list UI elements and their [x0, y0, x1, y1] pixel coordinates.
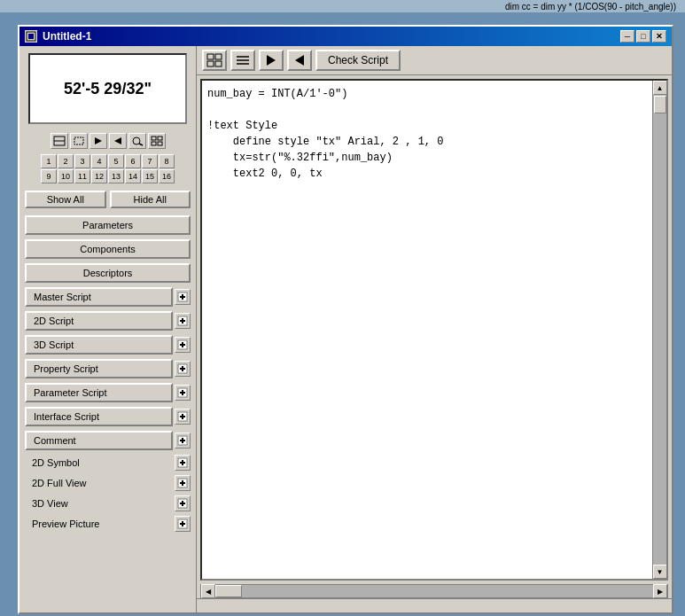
num-14[interactable]: 14	[125, 169, 141, 183]
num-8[interactable]: 8	[159, 154, 175, 168]
svg-rect-24	[182, 366, 183, 371]
3d-view-label: 3D View	[25, 498, 173, 509]
hide-all-button[interactable]: Hide All	[110, 191, 191, 208]
top-code-text: dim cc = dim yy * (1/COS(90 - pitch_angl…	[505, 2, 676, 12]
num-10[interactable]: 10	[58, 169, 74, 183]
next-icon[interactable]	[90, 133, 107, 149]
2d-script-button[interactable]: 2D Script	[25, 311, 173, 331]
svg-rect-18	[182, 318, 183, 324]
svg-rect-47	[215, 54, 222, 59]
grid-icon[interactable]	[148, 133, 166, 149]
scroll-thumb[interactable]	[654, 96, 666, 113]
property-script-expand[interactable]	[175, 361, 191, 377]
property-script-button[interactable]: Property Script	[25, 359, 173, 378]
3d-script-expand[interactable]	[175, 337, 191, 353]
parameters-button[interactable]: Parameters	[25, 215, 191, 235]
svg-rect-48	[207, 61, 214, 66]
num-16[interactable]: 16	[159, 169, 175, 183]
num-3[interactable]: 3	[74, 154, 90, 168]
window-icon	[25, 30, 37, 43]
svg-marker-5	[95, 137, 102, 144]
minimize-button[interactable]: ─	[620, 30, 634, 43]
svg-rect-49	[215, 61, 222, 66]
2d-full-view-label: 2D Full View	[25, 478, 173, 488]
svg-rect-12	[158, 142, 162, 145]
window-title: Untitled-1	[43, 30, 91, 43]
svg-rect-42	[182, 501, 183, 506]
master-script-button[interactable]: Master Script	[25, 287, 173, 307]
show-all-button[interactable]: Show All	[25, 191, 106, 208]
svg-rect-45	[182, 521, 183, 526]
h-scroll-thumb[interactable]	[215, 585, 242, 597]
comment-expand[interactable]	[175, 433, 191, 448]
script-editor[interactable]: num_bay = INT(A/1'-0") !text Style defin…	[202, 81, 666, 579]
num-7[interactable]: 7	[142, 154, 158, 168]
num-11[interactable]: 11	[74, 169, 90, 183]
num-4[interactable]: 4	[91, 154, 107, 168]
select-icon[interactable]	[70, 133, 88, 149]
num-13[interactable]: 13	[108, 169, 124, 183]
num-1[interactable]: 1	[41, 154, 57, 168]
scroll-track	[653, 95, 666, 565]
parameter-script-expand[interactable]	[175, 385, 191, 401]
preview-box: 52'-5 29/32"	[28, 53, 187, 124]
3d-script-button[interactable]: 3D Script	[25, 335, 173, 355]
left-panel: 52'-5 29/32"	[19, 46, 197, 612]
draw-icon[interactable]	[51, 133, 68, 149]
num-5[interactable]: 5	[108, 154, 124, 168]
num-2[interactable]: 2	[58, 154, 74, 168]
script-toolbar: Check Script	[197, 46, 672, 75]
comment-button[interactable]: Comment	[25, 431, 173, 450]
toolbar-prev-btn[interactable]	[287, 50, 312, 71]
preview-picture-row: Preview Picture	[25, 516, 191, 532]
svg-rect-21	[182, 342, 183, 347]
num-15[interactable]: 15	[142, 169, 158, 183]
scroll-left-button[interactable]: ◀	[201, 584, 215, 598]
parameters-section: Parameters	[25, 215, 191, 235]
horizontal-scrollbar[interactable]: ◀ ▶	[200, 584, 668, 598]
2d-full-view-row: 2D Full View	[25, 475, 191, 491]
h-scroll-track	[215, 585, 653, 597]
3d-script-row: 3D Script	[25, 335, 191, 355]
toolbar-grid-btn[interactable]	[202, 50, 227, 71]
maximize-button[interactable]: □	[636, 30, 650, 43]
title-bar: Untitled-1 ─ □ ✕	[19, 27, 672, 46]
svg-rect-1	[28, 34, 34, 39]
preview-text: 52'-5 29/32"	[64, 80, 152, 98]
components-section: Components	[25, 239, 191, 259]
zoom-icon[interactable]	[128, 133, 146, 149]
vertical-scrollbar[interactable]: ▲ ▼	[652, 81, 666, 579]
2d-symbol-row: 2D Symbol	[25, 455, 191, 471]
svg-line-8	[139, 144, 143, 145]
comment-row: Comment	[25, 431, 191, 450]
svg-rect-10	[158, 136, 162, 140]
components-button[interactable]: Components	[25, 239, 191, 259]
parameter-script-button[interactable]: Parameter Script	[25, 383, 173, 402]
num-9[interactable]: 9	[41, 169, 57, 183]
check-script-button[interactable]: Check Script	[315, 50, 401, 71]
descriptors-button[interactable]: Descriptors	[25, 263, 191, 283]
num-12[interactable]: 12	[91, 169, 107, 183]
number-grid: 1 2 3 4 5 6 7 8 9 10 11 12 13	[25, 154, 191, 183]
close-button[interactable]: ✕	[652, 30, 666, 43]
scroll-up-button[interactable]: ▲	[653, 81, 667, 95]
right-panel: Check Script num_bay = INT(A/1'-0") !tex…	[197, 46, 672, 612]
interface-script-button[interactable]: Interface Script	[25, 407, 173, 426]
scroll-down-button[interactable]: ▼	[653, 565, 667, 579]
prev-icon[interactable]	[109, 133, 127, 149]
svg-rect-30	[182, 414, 183, 419]
2d-symbol-expand[interactable]	[175, 455, 191, 471]
show-hide-row: Show All Hide All	[25, 191, 191, 208]
toolbar-list-btn[interactable]	[230, 50, 255, 71]
3d-view-expand[interactable]	[175, 495, 191, 511]
num-6[interactable]: 6	[125, 154, 141, 168]
2d-script-expand[interactable]	[175, 313, 191, 329]
svg-rect-9	[152, 136, 156, 140]
preview-picture-expand[interactable]	[175, 516, 191, 532]
scroll-right-button[interactable]: ▶	[653, 584, 667, 598]
2d-full-view-expand[interactable]	[175, 475, 191, 491]
interface-script-expand[interactable]	[175, 409, 191, 425]
toolbar-next-btn[interactable]	[259, 50, 284, 71]
master-script-expand[interactable]	[175, 289, 191, 305]
2d-script-row: 2D Script	[25, 311, 191, 331]
